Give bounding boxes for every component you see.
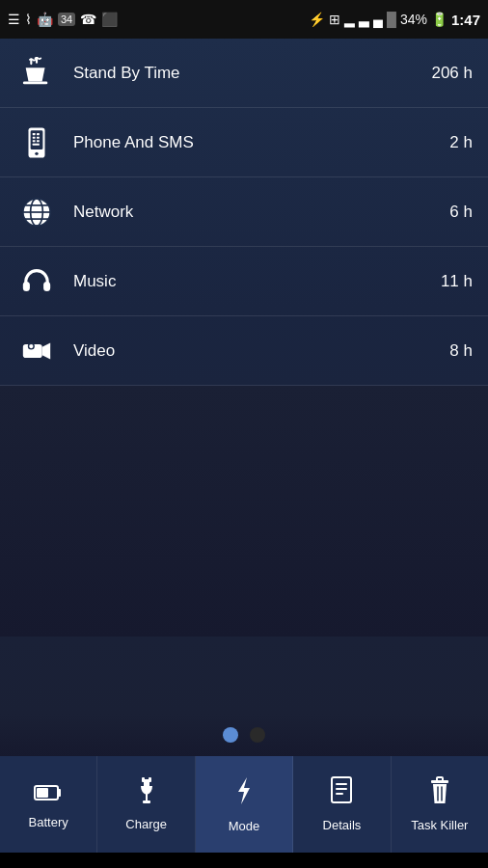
music-label: Music: [73, 272, 441, 291]
svg-point-24: [29, 343, 33, 347]
svg-rect-37: [336, 793, 343, 795]
list-item-network[interactable]: Network 6 h: [0, 177, 488, 247]
pagination-dots: [0, 714, 488, 756]
music-icon: [15, 260, 58, 303]
task-killer-nav-label: Task Killer: [411, 818, 468, 832]
svg-point-5: [35, 151, 38, 154]
phone-icon: ☎: [80, 12, 96, 27]
details-nav-icon: [329, 776, 354, 812]
video-icon: [15, 330, 58, 372]
music-value: 11 h: [441, 272, 473, 291]
standby-label: Stand By Time: [73, 64, 431, 83]
usb-icon: ⌇: [25, 12, 32, 27]
svg-rect-32: [143, 800, 150, 803]
list-item-standby[interactable]: Stand By Time 206 h: [0, 39, 488, 108]
menu-icon: ☰: [8, 12, 20, 27]
svg-rect-39: [437, 777, 443, 781]
svg-marker-22: [42, 342, 51, 359]
svg-rect-8: [33, 136, 36, 138]
svg-rect-10: [33, 140, 36, 142]
standby-value: 206 h: [431, 64, 473, 83]
android-head-icon: ⬛: [101, 12, 118, 27]
battery-nav-label: Battery: [29, 815, 68, 829]
svg-rect-35: [336, 783, 347, 785]
nav-item-task-killer[interactable]: Task Killer: [392, 756, 488, 853]
battery-nav-icon: [34, 779, 63, 809]
svg-rect-30: [149, 777, 151, 782]
signal-bar-1: ▂: [344, 12, 355, 27]
cards-icon: ⊞: [329, 12, 340, 27]
nav-item-battery[interactable]: Battery: [0, 756, 97, 853]
svg-rect-20: [43, 282, 50, 291]
signal-bar-3: ▄: [373, 12, 383, 27]
battery-charging-icon: 🔋: [431, 12, 447, 27]
empty-space: [0, 386, 488, 637]
system-bar: ← ⌂ ▭: [0, 853, 488, 868]
charge-nav-label: Charge: [125, 817, 167, 831]
mode-nav-label: Mode: [229, 819, 260, 833]
battery-percent: 34%: [400, 12, 427, 27]
network-label: Network: [73, 203, 449, 222]
svg-rect-7: [37, 133, 40, 135]
status-icons-left: ☰ ⌇ 🤖 34 ☎ ⬛: [8, 12, 118, 27]
list-item-video[interactable]: Video 8 h: [0, 316, 488, 386]
phone-sms-value: 2 h: [449, 133, 473, 152]
video-value: 8 h: [449, 341, 473, 361]
bottom-nav: Battery Charge: [0, 756, 488, 853]
charge-nav-icon: [133, 777, 160, 811]
status-bar: ☰ ⌇ 🤖 34 ☎ ⬛ ⚡ ⊞ ▂ ▃ ▄ █ 34% 🔋 1:47: [0, 0, 488, 39]
svg-rect-29: [142, 777, 145, 782]
svg-rect-9: [37, 136, 40, 138]
bluetooth-icon: ⚡: [309, 12, 325, 27]
svg-rect-4: [31, 130, 43, 149]
svg-rect-31: [146, 794, 148, 801]
phone-sms-label: Phone And SMS: [73, 133, 449, 152]
svg-rect-27: [37, 788, 48, 798]
signal-bar-4: █: [387, 12, 396, 27]
android-icon: 🤖: [37, 12, 53, 27]
svg-rect-12: [33, 143, 40, 145]
dot-2[interactable]: [250, 727, 265, 743]
list-item-music[interactable]: Music 11 h: [0, 247, 488, 316]
svg-rect-6: [33, 133, 36, 135]
nav-item-mode[interactable]: Mode: [196, 756, 293, 853]
dot-1[interactable]: [223, 727, 238, 743]
details-nav-label: Details: [323, 818, 362, 832]
main-content: Stand By Time 206 h Phone And SM: [0, 39, 488, 714]
phone-sms-icon: [15, 122, 58, 164]
svg-rect-2: [23, 81, 48, 84]
svg-rect-26: [58, 789, 61, 797]
video-label: Video: [73, 341, 449, 361]
mode-nav-icon: [230, 775, 258, 813]
coffee-icon: [15, 52, 58, 95]
time-display: 1:47: [451, 12, 480, 28]
signal-bar-2: ▃: [359, 12, 369, 27]
svg-rect-19: [23, 282, 30, 291]
svg-marker-33: [238, 777, 250, 804]
status-icons-right: ⚡ ⊞ ▂ ▃ ▄ █ 34% 🔋 1:47: [309, 12, 480, 28]
svg-rect-36: [336, 788, 347, 790]
task-killer-nav-icon: [427, 776, 452, 812]
network-icon: [15, 191, 58, 233]
list-item-phone-sms[interactable]: Phone And SMS 2 h: [0, 108, 488, 177]
nav-item-charge[interactable]: Charge: [97, 756, 195, 853]
svg-rect-11: [37, 140, 40, 142]
badge-34: 34: [58, 13, 75, 26]
nav-item-details[interactable]: Details: [293, 756, 391, 853]
network-value: 6 h: [449, 203, 473, 222]
